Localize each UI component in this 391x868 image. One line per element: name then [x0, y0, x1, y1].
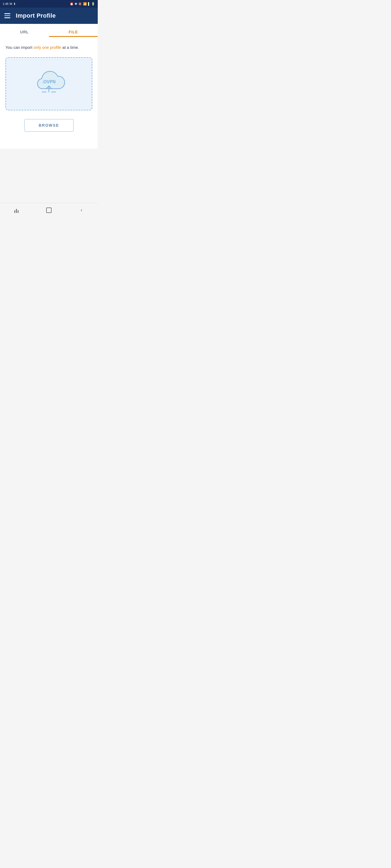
- recent-apps-icon: [15, 208, 19, 213]
- tab-bar: URL FILE: [0, 24, 98, 37]
- bottom-navigation: ‹: [0, 203, 98, 217]
- download-icon: ⬇: [13, 2, 16, 6]
- back-button[interactable]: ‹: [76, 205, 87, 216]
- battery-icon: 🔋: [91, 2, 95, 6]
- app-bar: Import Profile: [0, 8, 98, 24]
- gmail-icon: M: [9, 2, 12, 5]
- browse-button[interactable]: BROWSE: [24, 119, 74, 131]
- mute-icon: 🔇: [78, 2, 82, 6]
- cloud-upload-illustration: .OVPN: [27, 67, 71, 100]
- recent-apps-button[interactable]: [11, 205, 22, 216]
- hamburger-line-2: [4, 16, 10, 16]
- info-text-prefix: You can import: [5, 45, 34, 50]
- info-text-suffix: at a time.: [61, 45, 79, 50]
- signal-icon: ▌: [88, 2, 90, 5]
- cloud-upload-svg: .OVPN: [27, 67, 71, 100]
- browse-button-container: BROWSE: [5, 119, 92, 131]
- wifi-icon: 📶: [83, 2, 87, 6]
- home-icon: [46, 208, 52, 213]
- status-bar-left: 1:46 M ⬇: [3, 2, 16, 6]
- tab-url[interactable]: URL: [0, 27, 49, 37]
- hamburger-line-1: [4, 13, 10, 14]
- file-drop-zone[interactable]: .OVPN: [5, 57, 92, 111]
- status-bar: 1:46 M ⬇ ⏰ ✱ 🔇 📶 ▌ 🔋: [0, 0, 98, 8]
- status-time: 1:46: [3, 2, 8, 5]
- main-content: You can import only one profile at a tim…: [0, 37, 98, 149]
- status-bar-right: ⏰ ✱ 🔇 📶 ▌ 🔋: [70, 2, 95, 6]
- home-button[interactable]: [44, 205, 54, 216]
- alarm-icon: ⏰: [70, 2, 74, 6]
- hamburger-menu-icon[interactable]: [4, 13, 10, 18]
- svg-text:.OVPN: .OVPN: [42, 80, 56, 84]
- back-icon: ‹: [81, 207, 82, 213]
- empty-space: [0, 149, 98, 203]
- bluetooth-icon: ✱: [75, 2, 77, 6]
- info-text-highlight: only one profile: [34, 45, 61, 50]
- info-text: You can import only one profile at a tim…: [5, 44, 79, 51]
- hamburger-line-3: [4, 18, 10, 18]
- tab-file[interactable]: FILE: [49, 27, 98, 37]
- page-title: Import Profile: [16, 12, 56, 19]
